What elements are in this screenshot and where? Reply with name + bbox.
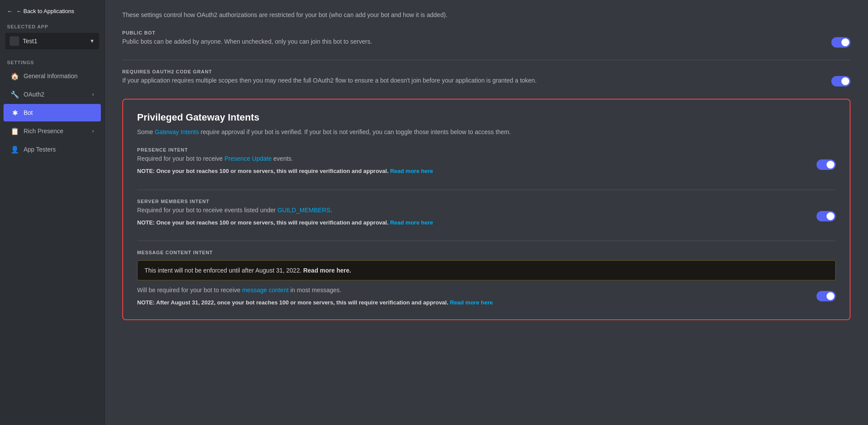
oauth2-code-grant-label: REQUIRES OAUTH2 CODE GRANT <box>122 69 851 74</box>
rich-presence-icon: 📋 <box>10 127 19 135</box>
message-content-desc-suffix: in most messages. <box>289 287 341 294</box>
back-arrow-icon: ← <box>7 8 13 14</box>
rich-presence-chevron-icon: › <box>92 128 94 134</box>
message-content-desc-prefix: Will be required for your bot to receive <box>137 287 242 294</box>
divider-3 <box>137 241 836 241</box>
presence-intent-label: PRESENCE INTENT <box>137 147 836 152</box>
public-bot-toggle-track[interactable] <box>831 37 851 48</box>
presence-note-text: NOTE: Once your bot reaches 100 or more … <box>137 168 390 174</box>
public-bot-desc: Public bots can be added by anyone. When… <box>122 37 823 46</box>
app-selector[interactable]: Test1 ▼ <box>5 33 99 49</box>
server-members-intent-note: NOTE: Once your bot reaches 100 or more … <box>137 218 433 227</box>
bot-icon: ✱ <box>10 108 19 117</box>
divider-1 <box>122 60 851 60</box>
server-members-desc-suffix: . <box>331 207 332 214</box>
nav-label-rich-presence: Rich Presence <box>24 128 63 135</box>
app-name: Test1 <box>23 38 37 45</box>
sidebar-item-general[interactable]: 🏠 General Information <box>3 67 101 85</box>
app-selector-chevron-icon: ▼ <box>90 38 95 44</box>
app-testers-icon: 👤 <box>10 145 19 154</box>
server-members-intent-label: SERVER MEMBERS INTENT <box>137 199 836 204</box>
oauth2-code-grant-desc: If your application requires multiple sc… <box>122 76 823 85</box>
home-icon: 🏠 <box>10 72 19 80</box>
privileged-gateway-intents-box: Privileged Gateway Intents Some Gateway … <box>122 99 851 320</box>
privileged-desc: Some Gateway Intents require approval if… <box>137 128 836 137</box>
settings-label: SETTINGS <box>0 56 104 67</box>
nav-label-general: General Information <box>24 73 78 79</box>
back-to-applications-link[interactable]: ← ← Back to Applications <box>0 0 104 21</box>
message-content-link[interactable]: message content <box>242 287 289 294</box>
divider-2 <box>137 190 836 190</box>
message-content-note-text: NOTE: After August 31, 2022, once your b… <box>137 299 450 306</box>
privileged-title: Privileged Gateway Intents <box>137 112 836 123</box>
presence-intent-desc: Required for your bot to receive Presenc… <box>137 154 433 176</box>
presence-intent-toggle-track[interactable] <box>816 159 836 170</box>
server-members-intent-toggle[interactable] <box>816 211 836 221</box>
guild-members-link[interactable]: GUILD_MEMBERS <box>277 207 330 214</box>
sidebar: ← ← Back to Applications SELECTED APP Te… <box>0 0 105 425</box>
sidebar-item-bot[interactable]: ✱ Bot <box>3 104 101 121</box>
presence-intent-toggle[interactable] <box>816 159 836 170</box>
gateway-intents-link[interactable]: Gateway Intents <box>155 128 199 135</box>
presence-intent-block: PRESENCE INTENT Required for your bot to… <box>137 147 836 176</box>
nav-label-bot: Bot <box>24 109 33 116</box>
oauth2-code-grant-section: REQUIRES OAUTH2 CODE GRANT If your appli… <box>122 69 851 86</box>
server-members-intent-desc: Required for your bot to receive events … <box>137 206 433 227</box>
oauth2-code-grant-toggle[interactable] <box>831 76 851 86</box>
sidebar-item-rich-presence[interactable]: 📋 Rich Presence › <box>3 122 101 140</box>
server-members-desc-prefix: Required for your bot to receive events … <box>137 207 277 214</box>
presence-intent-note: NOTE: Once your bot reaches 100 or more … <box>137 167 433 176</box>
oauth2-chevron-icon: › <box>92 91 94 97</box>
app-icon <box>10 36 19 46</box>
public-bot-section: PUBLIC BOT Public bots can be added by a… <box>122 30 851 48</box>
presence-read-more-link[interactable]: Read more here <box>390 168 433 174</box>
server-members-read-more-link[interactable]: Read more here <box>390 219 433 226</box>
wrench-icon: 🔧 <box>10 90 19 99</box>
selected-app-label: SELECTED APP <box>0 21 104 31</box>
message-content-intent-note: NOTE: After August 31, 2022, once your b… <box>137 298 493 307</box>
section-intro-text: These settings control how OAuth2 author… <box>122 10 851 20</box>
svg-rect-0 <box>11 38 17 44</box>
public-bot-label: PUBLIC BOT <box>122 30 851 35</box>
presence-desc-suffix: events. <box>272 155 293 162</box>
message-content-intent-label: MESSAGE CONTENT INTENT <box>137 250 836 255</box>
server-members-intent-toggle-track[interactable] <box>816 211 836 221</box>
back-label: ← Back to Applications <box>16 8 74 14</box>
server-members-note-text: NOTE: Once your bot reaches 100 or more … <box>137 219 390 226</box>
nav-label-app-testers: App Testers <box>24 146 56 153</box>
server-members-intent-block: SERVER MEMBERS INTENT Required for your … <box>137 199 836 227</box>
privileged-desc-prefix: Some <box>137 128 155 135</box>
message-content-intent-toggle-track[interactable] <box>816 291 836 301</box>
message-content-intent-desc: Will be required for your bot to receive… <box>137 286 493 307</box>
server-members-intent-toggle-thumb <box>827 212 834 220</box>
message-content-intent-block: MESSAGE CONTENT INTENT This intent will … <box>137 250 836 307</box>
privileged-desc-suffix: require approval if your bot is verified… <box>199 128 511 135</box>
main-content: These settings control how OAuth2 author… <box>105 0 868 425</box>
oauth2-code-grant-toggle-thumb <box>841 77 849 85</box>
presence-intent-toggle-thumb <box>827 161 834 169</box>
message-content-intent-toggle-thumb <box>827 292 834 300</box>
warning-text: This intent will not be enforced until a… <box>145 267 351 274</box>
presence-desc-prefix: Required for your bot to receive <box>137 155 224 162</box>
presence-update-link[interactable]: Presence Update <box>224 155 272 162</box>
sidebar-item-app-testers[interactable]: 👤 App Testers <box>3 141 101 158</box>
public-bot-toggle[interactable] <box>831 37 851 48</box>
public-bot-toggle-thumb <box>841 38 849 46</box>
message-content-warning-banner: This intent will not be enforced until a… <box>137 260 836 280</box>
oauth2-code-grant-toggle-track[interactable] <box>831 76 851 86</box>
message-content-read-more-link[interactable]: Read more here <box>450 299 493 306</box>
message-content-intent-toggle[interactable] <box>816 291 836 301</box>
nav-label-oauth2: OAuth2 <box>24 91 44 98</box>
sidebar-item-oauth2[interactable]: 🔧 OAuth2 › <box>3 86 101 103</box>
